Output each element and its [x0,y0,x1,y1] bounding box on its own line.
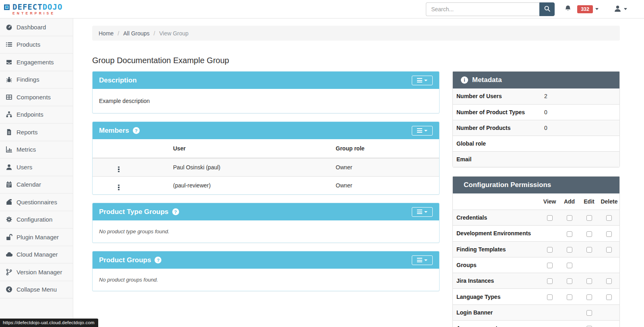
sidebar-item-label: Version Manager [17,269,62,276]
sidebar-item-label: Findings [17,76,39,83]
sidebar-item-users[interactable]: Users [0,158,73,176]
checkbox-finding-templates-view[interactable] [547,247,553,253]
brand-mark-icon [4,4,10,10]
plugin-manager-icon [6,234,12,241]
info-icon: i [461,76,468,84]
checkbox-finding-templates-delete[interactable] [606,247,612,253]
checkbox-credentials-edit[interactable] [586,215,592,221]
checkbox-jira-instances-edit[interactable] [586,278,592,284]
sidebar-item-cloud-manager[interactable]: Cloud Manager [0,246,73,264]
user-menu[interactable] [614,5,627,14]
checkbox-language-types-edit[interactable] [586,294,592,300]
sidebar-item-questionnaires[interactable]: Questionnaires [0,193,73,211]
configuration-permissions-panel-title: Configuration Permissions [464,181,551,189]
cloud-manager-icon [6,251,12,258]
permission-label: Finding Templates [453,241,540,257]
permission-cell-add [559,257,579,273]
permission-label: Jira Instances [453,273,540,289]
checkbox-credentials-view[interactable] [547,215,553,221]
checkbox-credentials-add[interactable] [567,215,572,221]
product-type-groups-empty-text: No product type groups found. [93,220,439,243]
metadata-value: 0 [541,104,619,120]
findings-icon [6,76,12,83]
sidebar-item-label: Cloud Manager [17,251,58,258]
notifications-menu[interactable]: 332 [564,5,599,13]
member-group-role: Owner [309,177,439,195]
chevron-down-icon [424,259,427,261]
metadata-value [541,151,619,167]
checkbox-jira-instances-add[interactable] [567,278,572,284]
row-menu-kebab-icon[interactable] [118,185,120,191]
metadata-row: Number of Products0 [453,120,619,136]
permission-label: Language Types [453,289,540,304]
configuration-permissions-table: ViewAddEditDelete CredentialsDevelopment… [453,193,619,327]
product-groups-panel-menu-button[interactable] [412,255,433,265]
breadcrumb-separator: / [154,30,155,37]
checkbox-finding-templates-add[interactable] [567,247,572,253]
permission-cell-edit [579,241,599,257]
row-menu-kebab-icon[interactable] [118,167,120,173]
bell-icon [564,5,572,13]
description-text: Example description [93,89,439,113]
help-icon[interactable]: ? [155,257,161,263]
sidebar-item-label: Products [17,41,40,48]
sidebar-item-label: Plugin Manager [17,234,59,241]
search-icon [544,5,551,13]
sidebar-item-reports[interactable]: Reports [0,123,73,141]
permission-cell-view [540,304,559,320]
checkbox-development-environments-delete[interactable] [606,231,612,237]
permission-label: Development Environments [453,226,540,241]
description-panel-menu-button[interactable] [412,76,433,85]
permission-cell-add [559,321,579,327]
app-logo[interactable]: DEFECTDOJO ENTERPRISE [4,3,62,15]
search-input[interactable] [426,2,539,16]
questionnaires-icon [6,199,12,206]
brand-name-part1: DEFECT [12,2,43,11]
metadata-row: Number of Users2 [453,88,619,104]
user-icon [614,5,621,14]
checkbox-language-types-add[interactable] [567,294,572,300]
checkbox-development-environments-add[interactable] [567,231,572,237]
sidebar-item-components[interactable]: Components [0,88,73,106]
checkbox-jira-instances-view[interactable] [547,278,553,284]
search-button[interactable] [539,2,555,16]
sidebar-item-dashboard[interactable]: Dashboard [0,19,73,36]
sidebar-item-findings[interactable]: Findings [0,71,73,89]
sidebar-item-endpoints[interactable]: Endpoints [0,106,73,124]
sidebar-item-metrics[interactable]: Metrics [0,141,73,159]
checkbox-language-types-delete[interactable] [606,294,612,300]
checkbox-jira-instances-delete[interactable] [606,278,612,284]
sidebar-item-label: Reports [17,129,38,136]
permission-cell-view [540,321,559,327]
users-icon [6,164,12,171]
permission-row: Credentials [453,210,619,226]
reports-icon [6,129,12,136]
help-icon[interactable]: ? [172,208,179,215]
metadata-row: Global role [453,136,619,151]
checkbox-finding-templates-edit[interactable] [586,247,592,253]
menu-bars-icon [417,128,422,133]
members-panel-menu-button[interactable] [412,126,433,136]
notification-count-badge: 332 [577,5,593,13]
sidebar-item-configuration[interactable]: Configuration [0,211,73,229]
breadcrumb-home[interactable]: Home [99,30,114,37]
members-col-user: User [145,139,309,158]
sidebar-item-version-manager[interactable]: Version Manager [0,263,73,281]
checkbox-credentials-delete[interactable] [606,215,612,221]
permission-label: Login Banner [453,304,540,320]
product-type-groups-panel-menu-button[interactable] [412,207,433,217]
sidebar-item-collapse-menu[interactable]: Collapse Menu [0,281,73,299]
checkbox-groups-add[interactable] [567,263,572,268]
checkbox-language-types-view[interactable] [547,294,553,300]
sidebar-item-calendar[interactable]: Calendar [0,176,73,194]
checkbox-groups-view[interactable] [547,263,553,268]
checkbox-development-environments-edit[interactable] [586,231,592,237]
permission-row: Groups [453,257,619,273]
breadcrumb-all-groups[interactable]: All Groups [123,30,149,37]
checkbox-login-banner-edit[interactable] [586,310,592,316]
sidebar: DashboardProductsEngagementsFindingsComp… [0,19,73,327]
sidebar-item-products[interactable]: Products [0,36,73,54]
sidebar-item-plugin-manager[interactable]: Plugin Manager [0,228,73,246]
help-icon[interactable]: ? [133,127,140,134]
sidebar-item-engagements[interactable]: Engagements [0,53,73,71]
